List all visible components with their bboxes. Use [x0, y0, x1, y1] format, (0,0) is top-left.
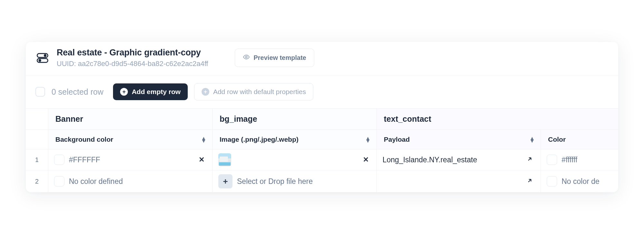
color-swatch[interactable]: [54, 176, 64, 186]
row-number-header: [26, 109, 48, 129]
expand-icon[interactable]: [525, 177, 535, 185]
preview-template-button[interactable]: Preview template: [235, 49, 314, 67]
color-value: #FFFFFF: [69, 156, 100, 164]
color-swatch[interactable]: [547, 176, 557, 186]
selected-count: 0 selected row: [52, 87, 103, 97]
preview-template-label: Preview template: [254, 54, 306, 62]
color-placeholder: No color defined: [69, 177, 123, 186]
bg-image-cell[interactable]: + Select or Drop file here: [213, 170, 376, 192]
sort-icon[interactable]: ▴▾: [531, 137, 534, 142]
toggle-icon: [35, 51, 50, 65]
column-label: Image (.png/.jpeg/.webp): [220, 136, 298, 143]
column-group-text-contact-ext: [541, 109, 618, 129]
select-all-checkbox[interactable]: [35, 87, 45, 97]
panel-header: Real estate - Graphic gradient-copy UUID…: [26, 42, 618, 75]
column-bg-image-type[interactable]: Image (.png/.jpeg/.webp) ▴▾: [213, 130, 376, 149]
column-label: Background color: [55, 136, 113, 143]
plus-circle-icon: +: [202, 88, 209, 96]
payload-cell[interactable]: Long_Islande.NY.real_estate: [377, 152, 541, 168]
add-empty-row-label: Add empty row: [132, 88, 181, 96]
image-thumbnail[interactable]: [218, 153, 231, 166]
sort-icon[interactable]: ▴▾: [202, 137, 205, 142]
column-group-banner: Banner: [48, 109, 213, 129]
group-header-row: Banner bg_image text_contact: [26, 109, 618, 129]
column-label: Payload: [384, 136, 410, 143]
sub-header-row: Background color ▴▾ Image (.png/.jpeg/.w…: [26, 129, 618, 149]
color-placeholder: No color de: [562, 177, 600, 186]
row-number-subheader: [26, 130, 48, 149]
toolbar: 0 selected row + Add empty row + Add row…: [26, 75, 618, 108]
column-payload[interactable]: Payload ▴▾: [377, 130, 541, 149]
expand-icon[interactable]: [525, 156, 535, 164]
row-number: 1: [26, 149, 48, 170]
table-row: 1 #FFFFFF ✕ ✕ Long_Islande.NY.real_estat…: [26, 149, 618, 170]
column-banner-bgcolor[interactable]: Background color ▴▾: [48, 130, 212, 149]
clear-icon[interactable]: ✕: [197, 156, 206, 164]
text-color-cell[interactable]: No color de: [541, 172, 618, 190]
bg-image-cell[interactable]: ✕: [213, 149, 376, 170]
column-color[interactable]: Color: [541, 130, 618, 149]
data-table: Banner bg_image text_contact Background …: [26, 108, 618, 192]
color-swatch[interactable]: [547, 155, 557, 165]
column-group-bg-image: bg_image: [213, 109, 377, 129]
column-label: Color: [548, 136, 566, 143]
add-file-button[interactable]: +: [218, 174, 232, 188]
payload-cell[interactable]: [377, 174, 541, 189]
banner-bgcolor-cell[interactable]: No color defined: [48, 172, 212, 190]
title-block: Real estate - Graphic gradient-copy UUID…: [57, 48, 208, 68]
template-panel: Real estate - Graphic gradient-copy UUID…: [26, 42, 618, 192]
color-swatch[interactable]: [54, 155, 64, 165]
file-placeholder: Select or Drop file here: [237, 177, 313, 186]
eye-icon: [243, 53, 250, 62]
add-default-row-button[interactable]: + Add row with default properties: [194, 83, 313, 100]
svg-point-1: [44, 54, 46, 56]
add-empty-row-button[interactable]: + Add empty row: [113, 83, 188, 100]
text-color-cell[interactable]: #ffffff: [541, 151, 618, 169]
template-title: Real estate - Graphic gradient-copy: [57, 48, 208, 58]
column-group-text-contact: text_contact: [377, 109, 541, 129]
row-number: 2: [26, 170, 48, 192]
payload-value: Long_Islande.NY.real_estate: [383, 156, 477, 164]
svg-point-4: [245, 56, 247, 58]
banner-bgcolor-cell[interactable]: #FFFFFF ✕: [48, 151, 212, 169]
svg-point-3: [39, 60, 41, 62]
sort-icon[interactable]: ▴▾: [366, 137, 369, 142]
plus-circle-icon: +: [120, 88, 128, 96]
table-row: 2 No color defined + Select or Drop file…: [26, 170, 618, 192]
add-default-row-label: Add row with default properties: [213, 88, 306, 96]
clear-icon[interactable]: ✕: [361, 156, 371, 164]
template-uuid: UUID: aa2c78e0-d9d5-4864-ba82-c62e2ac2a4…: [57, 60, 208, 68]
color-value: #ffffff: [562, 156, 577, 164]
